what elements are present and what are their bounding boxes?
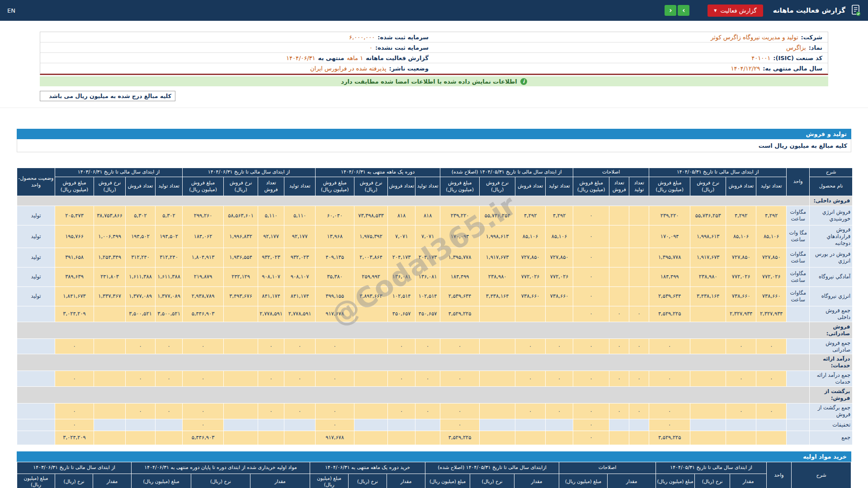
section-filler-cell [17,387,810,404]
value-cell: ۰ [573,338,609,354]
col-unit: واحد [767,462,792,488]
col-subheader: تعداد فروش [258,177,284,196]
value-cell [258,431,284,445]
status-cell [17,404,55,419]
value-cell: ۷۲۷,۸۵۰ [756,248,787,267]
table-row: فروش قراردادهاي دوجانبهمگا وات ساعت۸۵,۱۰… [17,225,853,248]
symbol-label: نماد: [809,44,822,51]
value-cell: ۳,۰۲۴,۲۰۹ [55,306,94,322]
value-cell: ۰ [726,404,756,419]
value-cell: ۴,۵۲۹,۲۲۵ [440,306,480,322]
col-subheader: مبلغ (میلیون ریال) [656,474,695,488]
value-cell: ۰ [440,419,480,431]
company-value: تولید و مدیریت نیروگاه زاگرس کوثر [711,34,798,41]
value-cell: ۷۳۸,۶۶۰ [726,286,756,306]
raw-materials-table: شرحواحداز ابتدای سال مالی تا تاریخ ۱۴۰۴/… [17,462,851,488]
table-row: آمادگي نیروگاهمگاوات ساعت۷۷۲,۰۲۶۷۷۲,۰۲۶۲… [17,267,853,286]
value-cell: ۰ [609,404,629,419]
col-subheader: تعداد فروش [126,177,156,196]
status-cell [17,371,55,387]
col-subheader: نرخ (ریال) [349,474,387,488]
info-isic: کد صنعت (ISIC): ۴۰۱۰۰۱ [434,55,828,61]
col-subheader: تعداد فروش [515,177,546,196]
value-cell: ۱,۹۱۷,۶۷۳ [480,248,515,267]
value-cell: ۰ [415,338,440,354]
value-cell: ۱۳۶,۰۸۱ [388,267,415,286]
col-group: از ابتدای سال مالی تا تاریخ ۱۴۰۳/۰۶/۳۱ [55,168,183,177]
value-cell: ۷۳۸,۶۶۰ [515,286,546,306]
value-cell: ۰ [316,419,354,431]
value-cell: ۲,۵۳۹,۶۳۴ [440,286,480,306]
value-cell: ۰ [55,419,94,431]
value-cell [480,371,515,387]
value-cell: ۰ [546,404,573,419]
value-cell: ۲۳۸,۹۸۰ [690,267,726,286]
col-subheader: مقدار [730,474,767,488]
value-cell: ۰ [609,338,629,354]
value-cell: ۱۷۰,۰۹۴ [440,225,480,248]
value-cell: ۵۵,۷۳۶,۲۵۳ [690,206,726,225]
language-toggle[interactable]: EN [7,7,15,14]
col-subheader: تعداد فروش [726,177,756,196]
row-label-cell: جمع فروش داخلی [810,306,853,322]
value-cell: ۳۵,۳۸۰ [316,267,354,286]
value-cell: ۰ [629,371,649,387]
value-cell: ۱,۸۰۴,۹۱۳ [183,248,224,267]
value-cell: ۰ [156,371,183,387]
row-label-cell: فروش انرژي خورشيدي [810,206,853,225]
col-subheader: مبلغ (میلیون ریال) [425,474,470,488]
value-cell: ۰ [258,371,284,387]
col-subheader: مبلغ فروش (میلیون ریال) [573,177,609,196]
value-cell [224,404,258,419]
table-row: جمع فروش صادراتی۰۰۰۰۰۰۰۰۰۰۰۰۰۰۰۰۰۰ [17,338,853,354]
col-group: ازابتدای سال مالی تا تاریخ ۱۴۰۴/۰۵/۳۱ (ا… [425,462,559,474]
value-cell: ۱۸۴,۴۹۹ [440,267,480,286]
col-desc: شرح [792,462,851,488]
table-row: جمع برگشت از فروش۰۰۰۰۰۰۰۰۰۰۰۰۰۰۰۰۰۰ [17,404,853,419]
col-subheader: نرخ فروش (ریال) [690,177,726,196]
issuer-status-value: پذیرفته شده در فرابورس ایران [310,65,387,72]
value-cell [609,286,629,306]
company-info-panel: شرکت: تولید و مدیریت نیروگاه زاگرس کوثر … [40,32,828,75]
value-cell [546,306,573,322]
value-cell [690,431,726,445]
value-cell: ۷۲۷,۸۵۰ [515,248,546,267]
value-cell [726,419,756,431]
value-cell: ۴۵۰,۶۵۷ [388,306,415,322]
row-label-cell: جمع برگشت از فروش [810,404,853,419]
info-report-period: گزارش فعالیت ماهانه ۱ ماهه منتهی به ۱۴۰۴… [40,55,434,61]
col-subheader: مبلغ (میلیون ریال) [17,474,55,488]
info-issuer-status: وضعیت ناشر: پذیرفته شده در فرابورس ایران [40,65,434,72]
value-cell: ۲۴۲,۱۲۹ [224,267,258,286]
unit-cell: مگا وات ساعت [787,225,810,248]
table-row: فروش داخلی: [17,196,853,206]
value-cell: ۰ [316,338,354,354]
value-cell: ۳۹۹,۱۵۵ [316,286,354,306]
value-cell: ۰ [156,404,183,419]
value-cell [415,419,440,431]
info-unregistered-capital: سرمایه ثبت نشده: ۰ [40,44,434,51]
value-cell: ۸۱۸ [388,206,415,225]
value-cell: ۲,۳۲۷,۹۳۴ [726,306,756,322]
value-cell: ۷۳,۳۹۸,۵۳۳ [354,206,388,225]
value-cell [609,225,629,248]
value-cell: ۳,۵۰۰,۵۲۱ [156,306,183,322]
report-type-button-label: گزارش فعالیت [720,7,756,14]
next-report-button[interactable]: › [678,5,689,16]
value-cell: ۴,۵۲۹,۲۲۵ [440,431,480,445]
value-cell: ۰ [515,371,546,387]
previous-report-button[interactable]: ‹ [665,5,676,16]
col-subheader: تعداد فروش [388,177,415,196]
report-period-ending-date: ۱۴۰۴/۰۶/۳۱ [286,55,316,61]
value-cell: ۰ [183,419,224,431]
company-label: شرکت: [801,34,822,41]
col-group: اصلاحات [573,168,649,177]
value-cell: ۲۳۹,۲۲۰ [440,206,480,225]
value-cell: ۰ [316,404,354,419]
value-cell: ۱,۳۷۷,۰۸۹ [126,286,156,306]
col-subheader: مبلغ فروش (میلیون ریال) [649,177,690,196]
report-type-button[interactable]: گزارش فعالیت ▼ [708,5,763,17]
value-cell: ۸۴۱,۱۷۴ [258,286,284,306]
report-document-icon[interactable] [851,5,861,16]
value-cell: ۴,۲۹۲ [726,206,756,225]
